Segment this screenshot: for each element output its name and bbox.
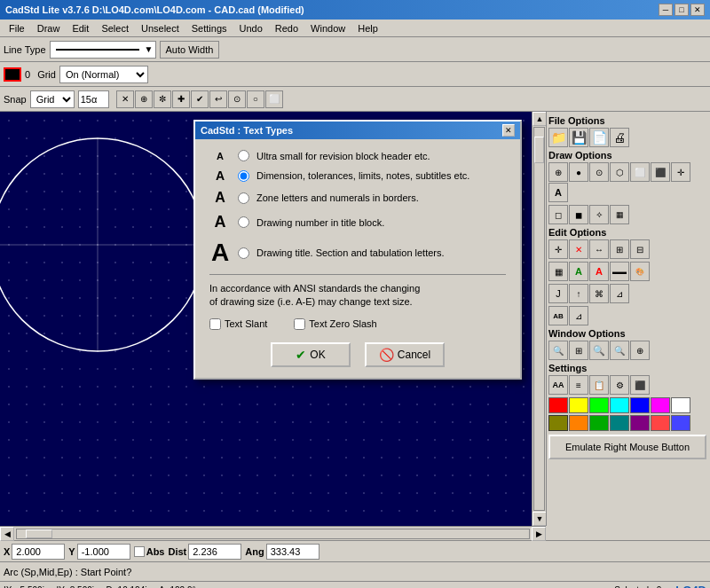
draw-icon-8[interactable]: A — [548, 183, 568, 202]
settings-icon-4[interactable]: ⚙ — [610, 375, 629, 395]
dialog-close-button[interactable]: ✕ — [502, 124, 515, 137]
pan-icon[interactable]: ⊕ — [630, 341, 650, 360]
palette-5[interactable] — [630, 397, 650, 413]
menu-unselect[interactable]: Unselect — [136, 22, 185, 35]
linetype-combo[interactable]: ▼ — [50, 41, 156, 59]
settings-icon-3[interactable]: 📋 — [589, 375, 609, 395]
emulate-right-mouse-button[interactable]: Emulate Right Mouse Button — [548, 435, 706, 459]
menu-edit[interactable]: Edit — [67, 22, 94, 35]
draw-icon-11[interactable]: ⟡ — [589, 205, 609, 224]
palette-4[interactable] — [610, 397, 629, 413]
edit-icon-6[interactable]: ▦ — [548, 262, 568, 281]
edit-icon-9[interactable]: ▬▬ — [610, 262, 629, 281]
settings-icon-2[interactable]: ≡ — [569, 375, 588, 395]
menu-help[interactable]: Help — [352, 22, 383, 35]
snap-type-dropdown[interactable]: Grid — [30, 90, 75, 108]
file-icon-2[interactable]: 💾 — [569, 128, 588, 147]
text-slant-checkbox[interactable] — [209, 318, 221, 330]
minimize-button[interactable]: ─ — [659, 4, 673, 16]
edit-icon-16[interactable]: ⊿ — [569, 306, 588, 325]
draw-icon-1[interactable]: ⊕ — [548, 162, 568, 182]
hscroll-thumb[interactable] — [26, 529, 52, 538]
radio-5[interactable] — [238, 247, 249, 259]
maximize-button[interactable]: □ — [674, 4, 689, 16]
scroll-up-button[interactable]: ▲ — [532, 112, 547, 126]
close-window-button[interactable]: ✕ — [690, 4, 705, 16]
file-icon-3[interactable]: 📄 — [589, 128, 609, 147]
text-zero-slash-checkbox[interactable] — [294, 318, 305, 330]
settings-icon-1[interactable]: AA — [548, 375, 568, 395]
snap-icon-3[interactable]: ✼ — [154, 90, 171, 108]
palette-1[interactable] — [548, 397, 568, 413]
abs-checkbox[interactable] — [134, 546, 145, 557]
edit-icon-11[interactable]: J — [548, 284, 568, 303]
snap-icon-9[interactable]: ⬜ — [265, 90, 283, 108]
zoom-box-icon[interactable]: ⊞ — [569, 341, 588, 360]
palette-9[interactable] — [569, 415, 588, 431]
menu-file[interactable]: File — [4, 22, 30, 35]
file-icon-1[interactable]: 📁 — [548, 128, 568, 147]
palette-8[interactable] — [548, 415, 568, 431]
edit-icon-4[interactable]: ⊞ — [610, 239, 629, 259]
scroll-right-button[interactable]: ▶ — [532, 527, 546, 541]
edit-icon-14[interactable]: ⊿ — [610, 284, 629, 303]
menu-undo[interactable]: Undo — [234, 22, 268, 35]
file-icon-4[interactable]: 🖨 — [610, 128, 629, 147]
snap-icon-2[interactable]: ⊕ — [135, 90, 153, 108]
text-zero-slash-checkbox-label[interactable]: Text Zero Slash — [294, 318, 376, 330]
snap-icon-8[interactable]: ○ — [247, 90, 264, 108]
edit-icon-12[interactable]: ↑ — [569, 284, 588, 303]
edit-icon-13[interactable]: ⌘ — [589, 284, 609, 303]
edit-icon-7[interactable]: A — [569, 262, 588, 281]
edit-icon-1[interactable]: ✛ — [548, 239, 568, 259]
palette-11[interactable] — [610, 415, 629, 431]
palette-7[interactable] — [671, 397, 690, 413]
edit-icon-2[interactable]: ✕ — [569, 239, 588, 259]
radio-2[interactable] — [238, 170, 249, 182]
palette-14[interactable] — [671, 415, 690, 431]
radio-4[interactable] — [238, 216, 249, 228]
snap-icon-4[interactable]: ✚ — [172, 90, 190, 108]
palette-6[interactable] — [651, 397, 670, 413]
draw-icon-12[interactable]: ▦ — [610, 205, 629, 224]
edit-icon-5[interactable]: ⊟ — [630, 239, 650, 259]
menu-select[interactable]: Select — [96, 22, 134, 35]
menu-settings[interactable]: Settings — [186, 22, 233, 35]
palette-13[interactable] — [651, 415, 670, 431]
snap-icon-6[interactable]: ↩ — [209, 90, 227, 108]
edit-icon-8[interactable]: A — [589, 262, 609, 281]
zoom-in-icon[interactable]: 🔍 — [589, 341, 609, 360]
snap-value-input[interactable] — [78, 90, 109, 108]
vertical-scrollbar[interactable]: ▲ ▼ — [532, 112, 546, 526]
radio-3[interactable] — [238, 192, 249, 204]
draw-icon-6[interactable]: ⬛ — [651, 162, 670, 182]
draw-icon-5[interactable]: ⬜ — [630, 162, 650, 182]
snap-icon-1[interactable]: ✕ — [116, 90, 134, 108]
palette-2[interactable] — [569, 397, 588, 413]
draw-icon-9[interactable]: ◻ — [548, 205, 568, 224]
cancel-button[interactable]: 🚫 Cancel — [365, 342, 445, 367]
draw-icon-4[interactable]: ⬡ — [610, 162, 629, 182]
ok-button[interactable]: ✔ OK — [271, 342, 351, 367]
menu-redo[interactable]: Redo — [270, 22, 304, 35]
snap-icon-5[interactable]: ✔ — [191, 90, 209, 108]
edit-icon-3[interactable]: ↔ — [589, 239, 609, 259]
scroll-left-button[interactable]: ◀ — [0, 527, 14, 541]
snap-icon-7[interactable]: ⊙ — [228, 90, 246, 108]
edit-icon-10[interactable]: 🎨 — [630, 262, 650, 281]
draw-icon-3[interactable]: ⊙ — [589, 162, 609, 182]
text-slant-checkbox-label[interactable]: Text Slant — [209, 318, 267, 330]
zoom-out-icon[interactable]: 🔍 — [548, 341, 568, 360]
palette-10[interactable] — [589, 415, 609, 431]
settings-icon-5[interactable]: ⬛ — [630, 375, 650, 395]
draw-icon-7[interactable]: ✛ — [671, 162, 690, 182]
palette-12[interactable] — [630, 415, 650, 431]
zoom-q-icon[interactable]: 🔍 — [610, 341, 629, 360]
vscroll-thumb[interactable] — [534, 137, 544, 163]
palette-3[interactable] — [589, 397, 609, 413]
radio-1[interactable] — [238, 150, 249, 161]
draw-icon-2[interactable]: ● — [569, 162, 588, 182]
edit-icon-15[interactable]: AB — [548, 306, 568, 325]
scroll-down-button[interactable]: ▼ — [532, 512, 547, 526]
draw-icon-10[interactable]: ◼ — [569, 205, 588, 224]
